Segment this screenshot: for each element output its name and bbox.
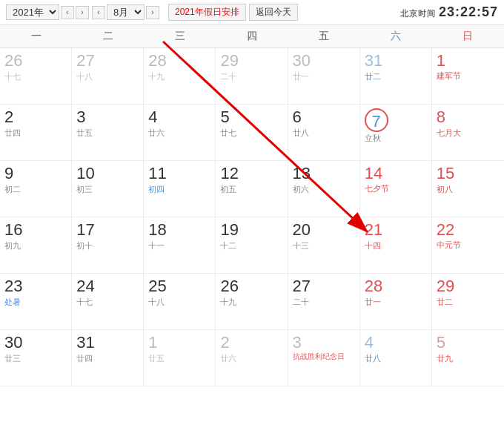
weekday-mon: 一	[0, 25, 72, 47]
weekday-sat: 六	[360, 25, 432, 47]
weekday-sun: 日	[432, 25, 504, 47]
week-row-1: 26 十七 27 十八 28 十九 29 二十 30 廿一 31 廿二 1 建军…	[0, 48, 504, 105]
day-aug25[interactable]: 25 十八	[144, 274, 216, 330]
year-select[interactable]: 2021年	[6, 4, 59, 20]
day-aug10[interactable]: 10 初三	[72, 161, 144, 217]
day-aug29[interactable]: 29 廿二	[432, 274, 504, 330]
day-aug28[interactable]: 28 廿一	[360, 274, 432, 330]
day-jul27[interactable]: 27 十八	[72, 48, 144, 105]
day-aug23-chushu[interactable]: 23 处暑	[0, 274, 72, 330]
day-aug31[interactable]: 31 廿四	[72, 330, 144, 386]
clock-display: 北京时间23:22:57	[400, 4, 498, 20]
day-jul30[interactable]: 30 廿一	[288, 48, 360, 105]
holiday-button[interactable]: 2021年假日安排	[168, 4, 246, 21]
day-aug13[interactable]: 13 初六	[288, 161, 360, 217]
day-aug7-today[interactable]: 7 立秋	[360, 105, 432, 161]
weekday-thu: 四	[216, 25, 288, 47]
day-sep4[interactable]: 4 廿八	[360, 330, 432, 386]
day-aug19[interactable]: 19 十二	[216, 217, 288, 274]
weekday-wed: 三	[144, 25, 216, 47]
day-aug22-zhongyuan[interactable]: 22 中元节	[432, 217, 504, 274]
day-jul28[interactable]: 28 十九	[144, 48, 216, 105]
day-aug26[interactable]: 26 十九	[216, 274, 288, 330]
week-header: 一 二 三 四 五 六 日	[0, 25, 504, 48]
day-aug6[interactable]: 6 廿八	[288, 105, 360, 161]
month-select[interactable]: 8月	[107, 4, 145, 20]
day-aug4[interactable]: 4 廿六	[144, 105, 216, 161]
day-aug8[interactable]: 8 七月大	[432, 105, 504, 161]
day-aug12[interactable]: 12 初五	[216, 161, 288, 217]
day-aug16[interactable]: 16 初九	[0, 217, 72, 274]
day-jul29[interactable]: 29 二十	[216, 48, 288, 105]
day-aug9[interactable]: 9 初二	[0, 161, 72, 217]
day-aug1[interactable]: 1 建军节	[432, 48, 504, 105]
day-sep1[interactable]: 1 廿五	[144, 330, 216, 386]
month-next-btn[interactable]: ›	[146, 6, 159, 19]
calendar-body: 一 二 三 四 五 六 日 26 十七 27 十八 28 十九 29 二十 30…	[0, 25, 504, 386]
year-prev-btn[interactable]: ‹	[61, 6, 74, 19]
week-row-2: 2 廿四 3 廿五 4 廿六 5 廿七 6 廿八 7 立秋 8 七月大	[0, 105, 504, 161]
day-aug2[interactable]: 2 廿四	[0, 105, 72, 161]
day-aug5[interactable]: 5 廿七	[216, 105, 288, 161]
day-jul26[interactable]: 26 十七	[0, 48, 72, 105]
today-button[interactable]: 返回今天	[249, 4, 298, 21]
day-sep3-kz[interactable]: 3 抗战胜利纪念日	[288, 330, 360, 386]
weekday-fri: 五	[288, 25, 360, 47]
day-aug24[interactable]: 24 十七	[72, 274, 144, 330]
week-row-5: 23 处暑 24 十七 25 十八 26 十九 27 二十 28 廿一 29 廿…	[0, 274, 504, 330]
calendar-header: 2021年 ‹ › ‹ 8月 › 2021年假日安排 返回今天 北京时间23:2…	[0, 0, 504, 25]
day-aug20[interactable]: 20 十三	[288, 217, 360, 274]
day-sep2[interactable]: 2 廿六	[216, 330, 288, 386]
day-aug17[interactable]: 17 初十	[72, 217, 144, 274]
weekday-tue: 二	[72, 25, 144, 47]
day-jul31[interactable]: 31 廿二	[360, 48, 432, 105]
week-row-4: 16 初九 17 初十 18 十一 19 十二 20 十三 21 十四 22 中…	[0, 217, 504, 274]
year-nav: 2021年 ‹ ›	[6, 4, 89, 20]
month-prev-btn[interactable]: ‹	[92, 6, 105, 19]
day-aug15[interactable]: 15 初八	[432, 161, 504, 217]
day-aug18[interactable]: 18 十一	[144, 217, 216, 274]
month-nav: ‹ 8月 ›	[92, 4, 159, 20]
day-aug3[interactable]: 3 廿五	[72, 105, 144, 161]
day-aug14-qixi[interactable]: 14 七夕节	[360, 161, 432, 217]
clock-time: 23:22:57	[439, 4, 498, 19]
year-next-btn[interactable]: ›	[76, 6, 89, 19]
day-aug27[interactable]: 27 二十	[288, 274, 360, 330]
day-aug30[interactable]: 30 廿三	[0, 330, 72, 386]
day-aug11[interactable]: 11 初四	[144, 161, 216, 217]
clock-label: 北京时间	[400, 9, 436, 18]
day-sep5[interactable]: 5 廿九	[432, 330, 504, 386]
day-aug21[interactable]: 21 十四	[360, 217, 432, 274]
week-row-6: 30 廿三 31 廿四 1 廿五 2 廿六 3 抗战胜利纪念日 4 廿八 5 廿…	[0, 330, 504, 386]
week-row-3: 9 初二 10 初三 11 初四 12 初五 13 初六 14 七夕节 15 初…	[0, 161, 504, 217]
